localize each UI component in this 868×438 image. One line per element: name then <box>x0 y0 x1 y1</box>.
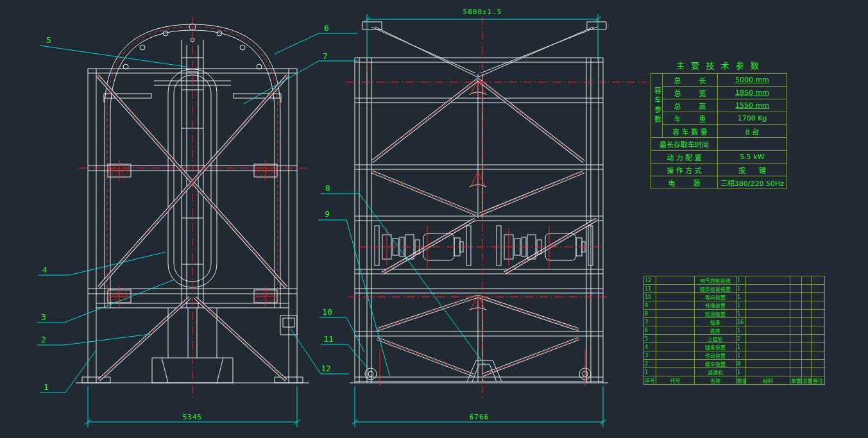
param-value: 1700 Kg <box>718 112 787 125</box>
main-parameters-table: 容车参数 总 长5000 mm 总 宽1850 mm 总 高1550 mm 车 … <box>651 73 787 189</box>
callout-2: 2 <box>41 335 46 344</box>
param-label: 容 车 数 量 <box>663 125 718 138</box>
parts-row: 6底座1 <box>644 326 825 335</box>
parts-row: 4链条装置1 <box>644 343 825 351</box>
parts-row: 2载车装置8 <box>644 360 825 368</box>
callout-10: 10 <box>322 308 332 316</box>
parts-row: 12电气控制系统1 <box>644 276 825 285</box>
dim-side-width-label: 6766 <box>470 414 489 421</box>
callout-9: 9 <box>325 210 330 218</box>
parts-row: 7链条16 <box>644 318 825 326</box>
parts-list-table: 12电气控制系统1 11链条张紧装置1 10导向装置1 9升降装置1 8检测装置… <box>643 276 825 385</box>
dim-side-top-width-label: 5800±1.5 <box>463 8 502 15</box>
params-side-label: 容车参数 <box>651 74 663 138</box>
param-value: 5.5 kW <box>718 151 787 164</box>
parts-row: 11链条张紧装置1 <box>644 285 825 293</box>
param-label: 车 重 <box>663 112 718 125</box>
param-label: 电 源 <box>651 176 718 189</box>
param-label: 总 宽 <box>663 87 718 99</box>
parts-row: 9升降装置1 <box>644 301 825 310</box>
callout-3: 3 <box>41 313 46 321</box>
param-value: 按 键 <box>718 164 787 176</box>
param-label: 总 高 <box>663 99 718 112</box>
callout-7: 7 <box>323 52 328 60</box>
callout-11: 11 <box>323 335 334 343</box>
cad-drawing-canvas: 5 6 7 4 3 2 1 8 9 10 11 12 5345 6766 580… <box>0 0 868 438</box>
param-label: 动 力 配 置 <box>651 151 718 164</box>
callout-4: 4 <box>42 265 47 274</box>
parameters-table-title: 主 要 技 术 参 数 <box>651 59 787 71</box>
param-label: 最长存取车时间 <box>651 138 718 151</box>
front-elevation-view <box>76 17 309 399</box>
param-value: 三相380/220 50Hz <box>718 176 787 189</box>
parts-row: 3传动装置1 <box>644 351 825 360</box>
parts-header-row: 序号代号名称数量材料单重总重备注 <box>644 376 825 385</box>
parts-row: 8检测装置1 <box>644 310 825 318</box>
parts-row: 1减速机1 <box>644 368 825 376</box>
dim-front-width-label: 5345 <box>183 414 203 421</box>
param-value: 1850 mm <box>718 87 787 99</box>
param-label: 操 作 方 式 <box>651 164 718 176</box>
callout-5: 5 <box>46 36 51 44</box>
param-value: 1550 mm <box>718 99 787 112</box>
param-value <box>718 138 787 151</box>
param-label: 总 长 <box>663 74 718 87</box>
param-value: 5000 mm <box>718 74 787 87</box>
param-value: 8 台 <box>718 125 787 138</box>
callout-8: 8 <box>325 184 330 192</box>
side-elevation-view <box>346 17 647 399</box>
parts-row: 10导向装置1 <box>644 293 825 301</box>
callout-1: 1 <box>44 383 49 391</box>
callout-6: 6 <box>324 24 329 32</box>
callout-12: 12 <box>321 364 331 373</box>
parts-row: 5上链轮2 <box>644 335 825 343</box>
